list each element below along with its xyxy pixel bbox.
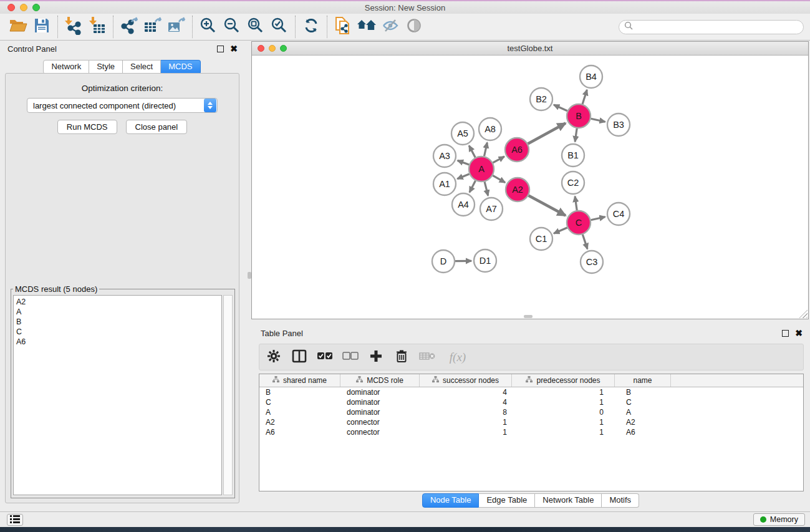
graph-edge-A-A2[interactable]: [493, 175, 505, 182]
table-row[interactable]: A2connector11A2: [259, 417, 803, 427]
mcds-result-item[interactable]: A2: [16, 297, 219, 307]
save-session-button[interactable]: [30, 16, 54, 38]
clone-network-button[interactable]: [331, 16, 355, 38]
zoom-fit-button[interactable]: [244, 16, 268, 38]
home-button[interactable]: [355, 16, 378, 38]
graph-edge-A-A4[interactable]: [470, 181, 476, 193]
graph-edge-B-B3[interactable]: [591, 118, 605, 122]
network-list-toggle-button[interactable]: [7, 514, 23, 526]
table-options-button[interactable]: [266, 349, 282, 365]
table-row[interactable]: Cdominator41C: [259, 397, 803, 407]
table-row[interactable]: Adominator80A: [259, 407, 803, 417]
import-table-button[interactable]: [85, 16, 109, 38]
select-all-button[interactable]: [317, 349, 333, 365]
tab-node-table[interactable]: Node Table: [422, 493, 480, 508]
graph-edge-A-A7[interactable]: [485, 181, 488, 195]
tab-style[interactable]: Style: [89, 60, 123, 74]
column-header-name[interactable]: name: [615, 374, 671, 387]
graph-edge-C-C4[interactable]: [591, 217, 605, 220]
graph-edge-A-A6[interactable]: [493, 157, 504, 163]
graph-node-label-B4: B4: [586, 72, 597, 82]
column-header-MCDS-role[interactable]: MCDS role: [340, 374, 420, 387]
show-columns-button[interactable]: [291, 349, 307, 365]
close-panel-button[interactable]: Close panel: [126, 120, 188, 134]
network-canvas[interactable]: A5A8A3A1A4A7AA6A2B2B4BB3B1C2CC4C1C3DD1: [252, 56, 808, 319]
network-horizontal-scroll-thumb[interactable]: [524, 315, 533, 318]
graph-edge-B-B4[interactable]: [582, 90, 587, 104]
graph-node-label-A: A: [478, 164, 485, 174]
import-network-button[interactable]: [62, 16, 85, 38]
open-session-button[interactable]: [6, 16, 30, 38]
tab-edge-table[interactable]: Edge Table: [479, 493, 535, 508]
open-folder-icon: [9, 17, 27, 36]
network-vertical-scroll-thumb[interactable]: [248, 272, 251, 279]
cell-predecessor-nodes: 1: [512, 398, 615, 407]
delete-table-button[interactable]: [419, 349, 435, 365]
column-header-shared-name[interactable]: shared name: [259, 374, 340, 387]
cell-predecessor-nodes: 1: [512, 388, 615, 397]
delete-column-button[interactable]: [393, 349, 410, 365]
graph-edge-A-A5[interactable]: [469, 145, 475, 157]
graph-edge-C-C3[interactable]: [582, 235, 587, 249]
export-network-button[interactable]: [117, 16, 141, 38]
graph-node-label-A5: A5: [457, 128, 468, 138]
delete-table-icon: [419, 351, 435, 364]
graph-edge-B-B1[interactable]: [575, 128, 577, 142]
graph-edge-A-A1[interactable]: [457, 174, 469, 179]
window-resize-grip[interactable]: [799, 309, 808, 318]
cell-MCDS-role: dominator: [340, 408, 420, 417]
float-panel-icon[interactable]: [217, 46, 224, 52]
tab-mcds[interactable]: MCDS: [161, 60, 200, 74]
node-table[interactable]: shared nameMCDS rolesuccessor nodesprede…: [259, 374, 804, 491]
apply-function-button[interactable]: f(x): [445, 349, 471, 365]
column-header-successor-nodes[interactable]: successor nodes: [420, 374, 512, 387]
graph-edge-C-C2[interactable]: [575, 196, 577, 210]
mcds-result-item[interactable]: C: [16, 327, 219, 337]
zoom-selected-button[interactable]: [268, 16, 291, 38]
run-mcds-button[interactable]: Run MCDS: [57, 120, 117, 134]
graph-edge-B-B2[interactable]: [554, 105, 567, 111]
export-image-button[interactable]: [165, 16, 188, 38]
cell-MCDS-role: dominator: [340, 388, 420, 397]
tab-network[interactable]: Network: [43, 60, 89, 74]
graph-node-label-D1: D1: [480, 256, 491, 266]
close-panel-icon[interactable]: ✖: [230, 44, 238, 54]
zoom-in-button[interactable]: [196, 16, 220, 38]
table-row[interactable]: A6connector11A6: [259, 427, 803, 437]
graph-edge-A-A8[interactable]: [484, 142, 487, 156]
network-window-titlebar[interactable]: testGlobe.txt: [252, 42, 808, 56]
mcds-result-list[interactable]: A2ABCA6: [13, 295, 222, 495]
graph-node-label-A1: A1: [439, 179, 450, 189]
hide-graphics-details-button[interactable]: [378, 16, 402, 38]
mcds-result-item[interactable]: A6: [16, 337, 219, 347]
optimization-criterion-select[interactable]: largest connected component (directed): [27, 98, 218, 113]
search-input[interactable]: [636, 22, 798, 31]
table-close-panel-icon[interactable]: ✖: [795, 329, 803, 338]
table-float-panel-icon[interactable]: [782, 330, 789, 337]
right-area: testGlobe.txt A5A8A3A1A4A7AA6A2B2B4BB3B1…: [251, 41, 810, 511]
memory-button[interactable]: Memory: [753, 513, 805, 526]
graph-node-label-B1: B1: [567, 150, 579, 160]
graph-node-label-A8: A8: [485, 124, 496, 134]
refresh-button[interactable]: [299, 16, 323, 38]
export-table-button[interactable]: [141, 16, 165, 38]
deselect-all-button[interactable]: [342, 349, 359, 365]
result-list-scrollbar[interactable]: [223, 295, 233, 495]
show-graphics-details-button[interactable]: [402, 16, 426, 38]
tab-select[interactable]: Select: [123, 60, 161, 74]
graph-edge-C-C1[interactable]: [554, 228, 567, 233]
table-row[interactable]: Bdominator41B: [259, 387, 803, 397]
column-header-predecessor-nodes[interactable]: predecessor nodes: [512, 374, 615, 387]
add-column-button[interactable]: [368, 349, 384, 365]
tab-network-table[interactable]: Network Table: [535, 493, 602, 508]
graph-edge-A6-B[interactable]: [528, 123, 566, 143]
zoom-out-button[interactable]: [220, 16, 244, 38]
graph-edge-A2-C[interactable]: [529, 196, 566, 216]
list-icon: [10, 515, 20, 526]
graph-edge-A-A3[interactable]: [458, 160, 469, 165]
mcds-result-item[interactable]: A: [16, 307, 219, 317]
mcds-result-item[interactable]: B: [16, 317, 219, 327]
tab-motifs[interactable]: Motifs: [602, 493, 639, 508]
search-field[interactable]: [619, 20, 804, 34]
cell-name: A6: [615, 428, 671, 437]
